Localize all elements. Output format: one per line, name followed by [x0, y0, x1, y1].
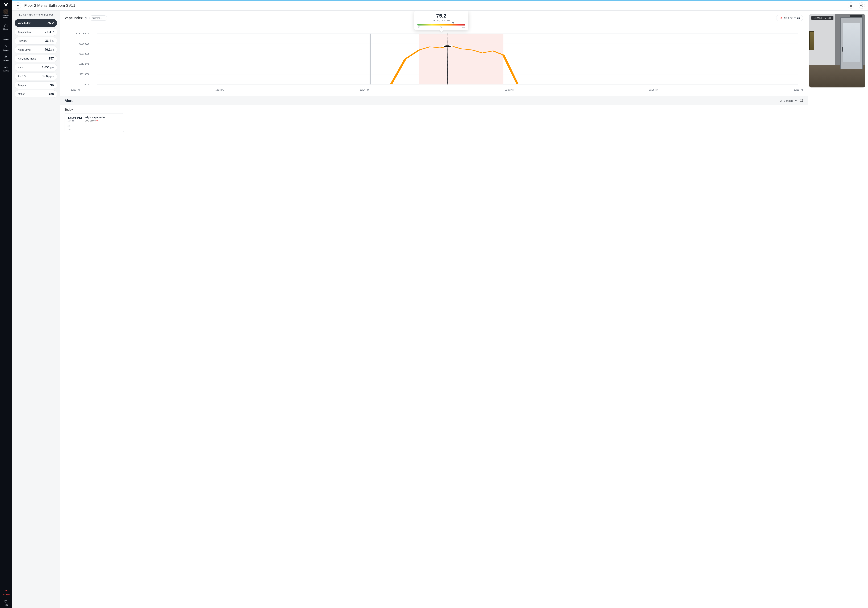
chevron-down-icon [795, 99, 797, 102]
chevron-down-icon [103, 17, 105, 19]
sensor-panel: Jan 24, 2023, 12:24:56 PM PST Vape Index… [12, 11, 60, 608]
sensor-label: Humidity [18, 40, 27, 42]
nav-lockdown-label: Lockdown [2, 593, 10, 596]
calendar-button[interactable] [800, 99, 803, 103]
chart-x-tick: 12:23 PM [71, 89, 80, 91]
sensor-value: 65.6 [42, 74, 48, 78]
alert-section: Alert All Sensors Today [60, 96, 808, 136]
page-title: Floor 2 Men's Bathroom SV11 [24, 3, 75, 8]
nav-lockdown[interactable]: Lockdown [0, 587, 12, 597]
back-button[interactable] [15, 2, 21, 9]
chart-title-text: Vape Index [65, 16, 83, 20]
sensor-label: Temperature [18, 31, 32, 34]
sensor-label: Noise Level [18, 48, 31, 51]
alert-filter[interactable]: All Sensors [780, 99, 797, 102]
sensor-row-tvoc[interactable]: TVOC1,651ppb [15, 64, 57, 71]
tooltip-marker-icon: ▽ [453, 22, 454, 25]
sensor-unit: µg/m³ [48, 75, 54, 78]
nav-events-label: Events [3, 39, 9, 40]
org-switcher[interactable]: Verkada Demo [2, 9, 9, 19]
chart-x-labels: 12:23 PM12:24 PM12:24 PM12:25 PM12:25 PM… [65, 88, 803, 91]
org-name-l2: Demo [3, 17, 8, 19]
org-avatar [3, 9, 8, 14]
sensor-value: 75.2 [47, 21, 54, 25]
sensor-row-temp[interactable]: Temperature74.4°F [15, 28, 57, 36]
nav-admin[interactable]: Admin [0, 63, 12, 74]
nav-devices[interactable]: Devices [0, 53, 12, 63]
svg-point-1 [6, 67, 6, 68]
sensor-label: Air Quality Index [18, 57, 36, 60]
nav-help-label: Help [4, 604, 8, 606]
svg-rect-20 [800, 99, 803, 102]
sensor-label: Vape Index [18, 22, 31, 25]
sensor-label: PM 2.5 [18, 75, 26, 78]
camera-timestamp: 12:24:56 PM PST [811, 15, 834, 20]
sensor-label: Motion [18, 93, 25, 96]
alert-time: 12:24 PM [68, 116, 82, 120]
time-range-select[interactable]: Custom... [89, 15, 107, 21]
mini-ytick: 100 [68, 125, 70, 127]
help-icon[interactable]: ? [84, 17, 87, 19]
sensor-value: 1,651 [42, 66, 50, 69]
nav-search-label: Search [3, 49, 9, 51]
sensor-value: Yes [48, 92, 54, 96]
nav-devices-label: Devices [2, 59, 9, 62]
chart-x-tick: 12:24 PM [215, 89, 224, 91]
tooltip-value: 75.2 [417, 13, 465, 19]
calendar-icon [800, 99, 803, 102]
svg-text:60: 60 [79, 53, 90, 55]
nav-admin-label: Admin [3, 70, 9, 72]
nav-events[interactable]: Events [0, 32, 12, 43]
settings-button[interactable] [859, 2, 865, 9]
line-chart[interactable]: 020406080100 [65, 32, 803, 88]
alert-subtitle: 29.2 above 46 [85, 119, 105, 122]
alert-delta: 29.2 [85, 119, 89, 122]
nav-sidebar: Verkada Demo Home Events Search Devices … [0, 0, 12, 608]
alert-heading: Alert [65, 99, 73, 103]
svg-rect-2 [5, 591, 7, 592]
chart-x-tick: 12:26 PM [794, 89, 803, 91]
sensor-row-noise[interactable]: Noise Level40.1dB [15, 46, 57, 53]
top-bar: Floor 2 Men's Bathroom SV11 [12, 0, 868, 11]
svg-text:100: 100 [73, 32, 90, 35]
alert-card[interactable]: 12:24 PM JAN 24 High Vape Index 29.2 abo… [65, 113, 124, 132]
alert-filter-label: All Sensors [780, 99, 794, 102]
chart-tooltip: 75.2 Jan 24, 12:24 PM ▽ 10 50 80 [414, 11, 468, 30]
sensor-value: 74.4 [45, 30, 51, 34]
svg-text:20: 20 [79, 73, 90, 76]
sensor-label: TVOC [18, 66, 25, 69]
download-button[interactable] [848, 2, 854, 9]
sensor-row-hum[interactable]: Humidity36.4% [15, 37, 57, 45]
sensor-timestamp: Jan 24, 2023, 12:24:56 PM PST [15, 14, 57, 17]
sensor-row-tamper[interactable]: TamperNo [15, 81, 57, 89]
sensor-row-vape[interactable]: Vape Index75.2 [15, 19, 57, 27]
svg-text:40: 40 [79, 63, 90, 65]
sensor-unit: dB [51, 49, 54, 51]
brand-logo[interactable] [3, 2, 9, 8]
sensor-value: No [50, 83, 54, 87]
sensor-row-aqi[interactable]: Air Quality Index157 [15, 55, 57, 62]
sensor-label: Tamper [18, 84, 26, 87]
sensor-value: 40.1 [45, 48, 51, 51]
chart-x-tick: 12:25 PM [649, 89, 658, 91]
chart-title: Vape Index ? [65, 16, 87, 20]
nav-help[interactable]: Help [0, 597, 12, 608]
bell-icon [780, 17, 782, 19]
tooltip-scale: ▽ [417, 24, 465, 26]
sensor-value: 36.4 [45, 39, 51, 43]
tooltip-timestamp: Jan 24, 12:24 PM [417, 19, 465, 22]
sensor-unit: % [52, 40, 54, 42]
alert-word: above [90, 119, 96, 122]
alert-date: JAN 24 [68, 120, 82, 122]
svg-point-19 [443, 45, 452, 47]
svg-point-0 [5, 45, 6, 47]
alert-threshold-label: Alert set at 46 [784, 17, 800, 19]
tooltip-tick: 10 [418, 26, 420, 28]
sensor-row-pm25[interactable]: PM 2.565.6µg/m³ [15, 73, 57, 80]
camera-thumbnail[interactable]: 12:24:56 PM PST [809, 14, 865, 87]
nav-search[interactable]: Search [0, 43, 12, 53]
sensor-row-motion[interactable]: MotionYes [15, 90, 57, 98]
nav-home[interactable]: Home [0, 22, 12, 32]
sensor-value: 157 [49, 57, 54, 60]
alert-threshold-pill[interactable]: Alert set at 46 [776, 15, 803, 21]
